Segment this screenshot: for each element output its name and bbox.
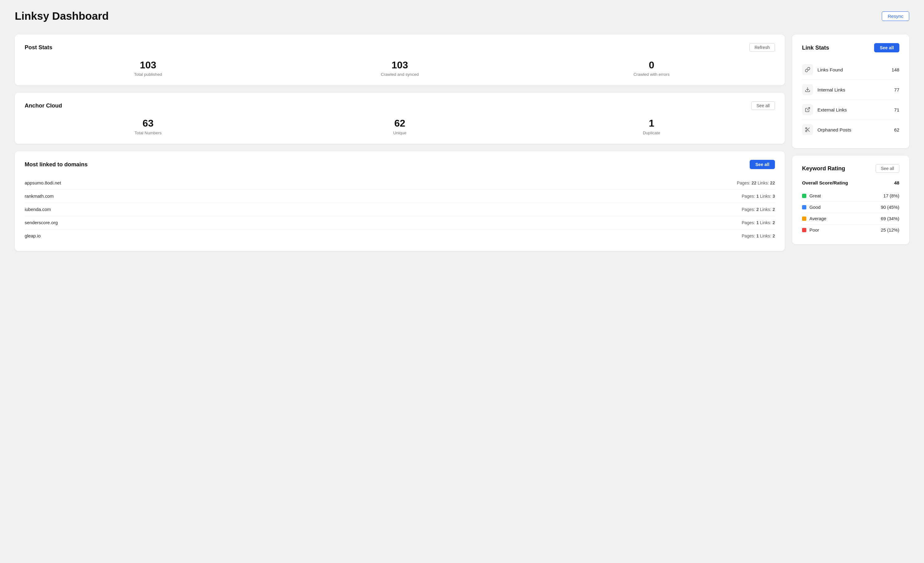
keyword-color-dot [802, 194, 806, 198]
domain-name: appsumo.8odi.net [25, 180, 61, 185]
keyword-color-dot [802, 205, 806, 209]
anchor-cloud-card: Anchor Cloud See all 63 Total Numbers 62… [15, 93, 785, 144]
stat-number-synced: 103 [276, 59, 523, 71]
link-stat-value: 148 [892, 67, 899, 72]
stat-number-duplicate: 1 [528, 117, 775, 129]
most-linked-domains-card: Most linked to domains See all appsumo.8… [15, 151, 785, 251]
link-stat-label: External Links [818, 107, 847, 113]
list-item: senderscore.org Pages: 1 Links: 2 [25, 216, 775, 230]
external-links-icon [802, 104, 813, 115]
keyword-value: 25 (12%) [881, 228, 899, 233]
stat-number-published: 103 [25, 59, 272, 71]
link-stat-label: Orphaned Posts [818, 127, 851, 132]
list-item: rankmath.com Pages: 1 Links: 3 [25, 190, 775, 203]
link-stats-see-all-button[interactable]: See all [874, 43, 899, 53]
stat-number-total: 63 [25, 117, 272, 129]
list-item: Average 69 (34%) [802, 213, 899, 225]
domains-see-all-button[interactable]: See all [750, 160, 775, 169]
anchor-stats-row: 63 Total Numbers 62 Unique 1 Duplicate [25, 117, 775, 135]
list-item: iubenda.com Pages: 2 Links: 2 [25, 203, 775, 216]
link-stats-title: Link Stats [802, 44, 829, 51]
stat-total-published: 103 Total published [25, 59, 272, 77]
overall-score-row: Overall Score/Rating 48 [802, 180, 899, 185]
stat-label-synced: Crawled and synced [276, 72, 523, 77]
keyword-color-dot [802, 228, 806, 232]
keyword-color-dot [802, 216, 806, 221]
stat-duplicate: 1 Duplicate [528, 117, 775, 135]
overall-score-value: 48 [894, 180, 899, 185]
orphaned-posts-icon [802, 124, 813, 135]
post-stats-title: Post Stats [25, 44, 52, 51]
stat-label-total: Total Numbers [25, 131, 272, 135]
domain-name: senderscore.org [25, 220, 58, 225]
internal-links-icon [802, 84, 813, 95]
link-stats-list: Links Found 148 Internal Links 77 Extern… [802, 60, 899, 140]
keyword-rating-card: Keyword Rating See all Overall Score/Rat… [792, 156, 909, 244]
domain-stats: Pages: 1 Links: 3 [742, 194, 775, 199]
stat-crawled-synced: 103 Crawled and synced [276, 59, 523, 77]
link-stat-label: Links Found [818, 67, 843, 72]
stat-label-duplicate: Duplicate [528, 131, 775, 135]
keyword-ratings-list: Great 17 (8%) Good 90 (45%) Average 69 (… [802, 190, 899, 236]
list-item: Great 17 (8%) [802, 190, 899, 202]
stat-total-numbers: 63 Total Numbers [25, 117, 272, 135]
most-linked-title: Most linked to domains [25, 161, 87, 168]
domain-name: rankmath.com [25, 194, 54, 199]
stat-number-unique: 62 [276, 117, 523, 129]
list-item: Internal Links 77 [802, 80, 899, 100]
resync-button[interactable]: Resync [882, 11, 909, 21]
link-stat-value: 71 [894, 107, 899, 113]
keyword-label: Average [809, 216, 826, 221]
stat-crawled-errors: 0 Crawled with errors [528, 59, 775, 77]
stat-label-published: Total published [25, 72, 272, 77]
stat-number-errors: 0 [528, 59, 775, 71]
list-item: Orphaned Posts 62 [802, 120, 899, 140]
list-item: External Links 71 [802, 100, 899, 120]
post-stats-row: 103 Total published 103 Crawled and sync… [25, 59, 775, 77]
link-stat-left: Links Found [802, 64, 843, 75]
svg-line-1 [807, 108, 810, 110]
post-stats-card: Post Stats Refresh 103 Total published 1… [15, 35, 785, 85]
svg-line-6 [807, 129, 808, 130]
domain-stats: Pages: 1 Links: 2 [742, 233, 775, 239]
link-stat-left: Internal Links [802, 84, 845, 95]
link-stat-label: Internal Links [818, 87, 845, 92]
keyword-left: Good [802, 205, 820, 210]
link-stat-left: External Links [802, 104, 847, 115]
keyword-value: 69 (34%) [881, 216, 899, 221]
domain-stats: Pages: 22 Links: 22 [737, 180, 775, 185]
stat-label-unique: Unique [276, 131, 523, 135]
domain-name: gleap.io [25, 233, 40, 239]
list-item: appsumo.8odi.net Pages: 22 Links: 22 [25, 176, 775, 190]
keyword-see-all-button[interactable]: See all [876, 164, 899, 173]
overall-score-label: Overall Score/Rating [802, 180, 848, 185]
domain-stats: Pages: 2 Links: 2 [742, 207, 775, 212]
refresh-button[interactable]: Refresh [749, 43, 775, 52]
list-item: Good 90 (45%) [802, 202, 899, 213]
list-item: gleap.io Pages: 1 Links: 2 [25, 230, 775, 242]
stat-label-errors: Crawled with errors [528, 72, 775, 77]
keyword-left: Poor [802, 228, 819, 233]
anchor-cloud-see-all-button[interactable]: See all [751, 101, 775, 110]
link-stat-value: 77 [894, 87, 899, 92]
link-stats-card: Link Stats See all Links Found 148 Inter… [792, 35, 909, 148]
keyword-left: Average [802, 216, 826, 221]
anchor-cloud-title: Anchor Cloud [25, 102, 62, 109]
keyword-value: 17 (8%) [884, 194, 899, 198]
keyword-rating-title: Keyword Rating [802, 165, 845, 172]
keyword-value: 90 (45%) [881, 205, 899, 210]
svg-line-5 [808, 130, 809, 132]
stat-unique: 62 Unique [276, 117, 523, 135]
link-stat-left: Orphaned Posts [802, 124, 851, 135]
list-item: Poor 25 (12%) [802, 225, 899, 236]
keyword-left: Great [802, 194, 821, 198]
page-title: Linksy Dashboard [15, 10, 109, 22]
keyword-label: Poor [809, 228, 819, 233]
link-found-icon [802, 64, 813, 75]
domains-list: appsumo.8odi.net Pages: 22 Links: 22 ran… [25, 176, 775, 242]
list-item: Links Found 148 [802, 60, 899, 80]
link-stat-value: 62 [894, 127, 899, 132]
keyword-label: Great [809, 194, 821, 198]
domain-stats: Pages: 1 Links: 2 [742, 220, 775, 225]
domain-name: iubenda.com [25, 207, 51, 212]
